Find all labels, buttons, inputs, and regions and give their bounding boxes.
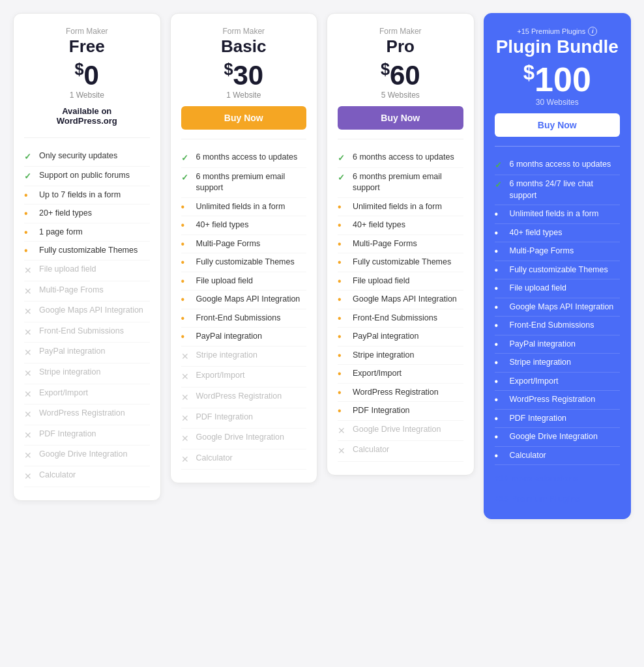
extra-line: +10 more extensions bbox=[495, 472, 621, 485]
feature-text: PDF Integration bbox=[196, 412, 254, 423]
feature-item: •PayPal integration bbox=[495, 335, 621, 354]
bullet-icon: • bbox=[24, 246, 35, 256]
plan-card-bundle: +15 Premium Plugins i Plugin Bundle $100… bbox=[484, 13, 632, 519]
feature-item: •Calculator bbox=[495, 447, 621, 466]
bullet-icon: • bbox=[181, 202, 192, 212]
feature-item: •40+ field types bbox=[495, 224, 621, 243]
bullet-icon: • bbox=[495, 395, 505, 405]
feature-item: •Up to 7 fields in a form bbox=[24, 186, 150, 205]
feature-item: •Multi-Page Forms bbox=[181, 235, 307, 254]
buy-now-button-basic[interactable]: Buy Now bbox=[181, 106, 307, 130]
cross-icon: ✕ bbox=[24, 326, 35, 339]
plan-subtitle: Form Maker bbox=[338, 27, 463, 36]
bullet-icon: • bbox=[181, 257, 192, 268]
bullet-icon: • bbox=[338, 332, 348, 342]
feature-item: •Front-End Submissions bbox=[181, 309, 307, 328]
bullet-icon: • bbox=[495, 228, 505, 238]
plan-header: Form Maker Pro $60 5 Websites Buy Now bbox=[338, 27, 463, 139]
plan-websites: 30 Websites bbox=[495, 98, 621, 107]
feature-text: WordPress Registration bbox=[353, 387, 439, 399]
feature-text: 20+ field types bbox=[39, 208, 92, 220]
check-icon: ✓ bbox=[338, 152, 348, 164]
feature-item: •File upload field bbox=[338, 272, 463, 291]
feature-text: File upload field bbox=[353, 276, 410, 287]
feature-text: Front-End Submissions bbox=[196, 313, 281, 324]
feature-text: Support on public forums bbox=[39, 170, 130, 182]
feature-item: ✕PDF Integration bbox=[24, 425, 150, 446]
feature-text: File upload field bbox=[196, 276, 254, 287]
feature-item: ✕Export/Import bbox=[181, 367, 307, 388]
feature-text: PayPal integration bbox=[196, 331, 262, 343]
feature-item: •40+ field types bbox=[338, 216, 463, 235]
feature-item: •Unlimited fields in a form bbox=[495, 205, 621, 224]
plan-websites: 1 Website bbox=[181, 91, 307, 100]
feature-item: •Fully customizable Themes bbox=[24, 242, 150, 261]
feature-item: •PDF Integration bbox=[495, 410, 621, 429]
buy-now-button-bundle[interactable]: Buy Now bbox=[495, 113, 621, 137]
bullet-icon: • bbox=[181, 294, 192, 305]
feature-list-pro: ✓6 months access to updates✓6 months pre… bbox=[338, 149, 463, 462]
feature-text: Google Drive Integration bbox=[196, 432, 285, 444]
plan-price: $60 bbox=[338, 61, 463, 89]
feature-item: ✓Only security updates bbox=[24, 147, 150, 167]
bullet-icon: • bbox=[495, 414, 505, 424]
bullet-icon: • bbox=[338, 276, 348, 287]
bullet-icon: • bbox=[338, 350, 348, 361]
feature-item: •1 page form bbox=[24, 223, 150, 242]
feature-text: Multi-Page Forms bbox=[353, 238, 417, 250]
plan-price: $30 bbox=[181, 61, 307, 89]
bullet-icon: • bbox=[495, 451, 505, 461]
feature-text: Google Drive Integration bbox=[39, 449, 128, 461]
check-icon: ✓ bbox=[495, 160, 505, 171]
plan-websites: 1 Website bbox=[24, 91, 150, 100]
feature-item: •Unlimited fields in a form bbox=[338, 198, 463, 217]
feature-text: Export/Import bbox=[353, 368, 402, 380]
feature-item: •Google Maps API Integration bbox=[495, 298, 621, 317]
feature-text: Multi-Page Froms bbox=[39, 285, 104, 296]
feature-item: •WordPress Registration bbox=[338, 384, 463, 403]
cross-icon: ✕ bbox=[24, 367, 35, 380]
feature-item: ✓6 months 24/7 live chat support bbox=[495, 175, 621, 205]
feature-text: Google Maps API Integration bbox=[39, 305, 143, 317]
plan-card-basic: Form Maker Basic $30 1 Website Buy Now ✓… bbox=[170, 13, 318, 483]
feature-item: ✕Export/Import bbox=[24, 384, 150, 405]
bullet-icon: • bbox=[181, 313, 192, 324]
feature-text: PayPal integration bbox=[39, 346, 105, 358]
info-icon[interactable]: i bbox=[588, 27, 597, 36]
feature-item: ✕WordPress Registration bbox=[181, 388, 307, 408]
feature-list-basic: ✓6 months access to updates✓6 months pre… bbox=[181, 149, 307, 470]
feature-text: Multi-Page Forms bbox=[510, 246, 574, 257]
bullet-icon: • bbox=[338, 202, 348, 212]
feature-text: Export/Import bbox=[510, 376, 559, 388]
feature-text: PayPal integration bbox=[353, 331, 418, 343]
feature-text: WordPress Registration bbox=[196, 391, 282, 403]
cross-icon: ✕ bbox=[181, 371, 192, 384]
feature-text: Google Drive Integration bbox=[510, 431, 598, 443]
extra-line: +15 Premium Plugins bbox=[495, 492, 621, 505]
feature-list-bundle: ✓6 months access to updates✓6 months 24/… bbox=[495, 156, 621, 465]
plan-header: Form Maker Basic $30 1 Website Buy Now bbox=[181, 27, 307, 139]
cross-icon: ✕ bbox=[24, 388, 35, 401]
feature-text: PDF Integration bbox=[353, 405, 410, 417]
buy-now-button-pro[interactable]: Buy Now bbox=[338, 106, 463, 130]
plan-subtitle: Form Maker bbox=[24, 27, 150, 36]
plan-subtitle: Form Maker bbox=[181, 27, 307, 36]
feature-text: Calculator bbox=[510, 450, 546, 462]
feature-item: •Multi-Page Forms bbox=[338, 235, 463, 254]
price-dollar: $ bbox=[224, 60, 233, 78]
feature-text: Google Maps API Integration bbox=[510, 302, 614, 313]
feature-text: Export/Import bbox=[39, 388, 88, 399]
feature-item: ✕Front-End Submissions bbox=[24, 322, 150, 343]
feature-text: Front-End Submissions bbox=[353, 313, 437, 324]
feature-item: •PayPal integration bbox=[181, 328, 307, 347]
feature-text: 6 months access to updates bbox=[353, 152, 454, 163]
feature-item: ✕Calculator bbox=[24, 466, 150, 487]
check-icon: ✓ bbox=[181, 172, 192, 184]
feature-item: ✕Stripe integration bbox=[24, 363, 150, 384]
bullet-icon: • bbox=[24, 190, 35, 201]
feature-item: ✓6 months access to updates bbox=[495, 156, 621, 175]
feature-text: WordPress Registration bbox=[39, 408, 125, 419]
cross-icon: ✕ bbox=[24, 408, 35, 421]
feature-item: •Google Maps API Integration bbox=[338, 291, 463, 309]
pricing-table: Form Maker Free $0 1 Website Available o… bbox=[13, 13, 631, 519]
